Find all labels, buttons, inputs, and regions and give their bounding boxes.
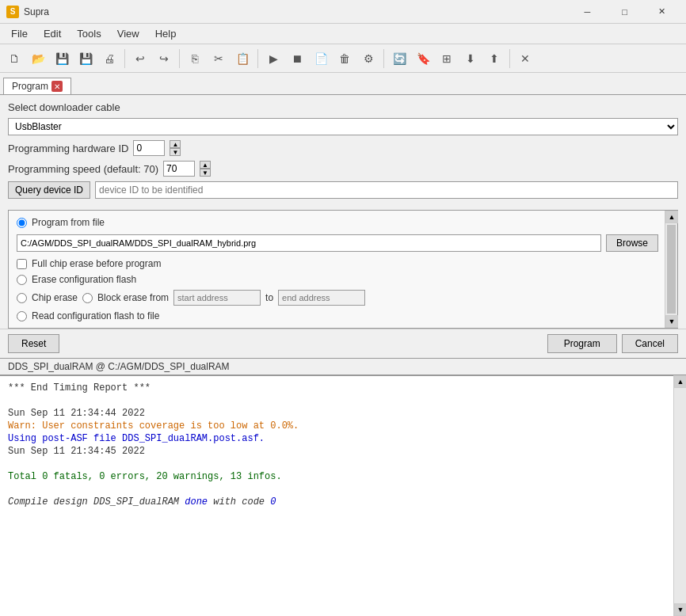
tab-program[interactable]: Program ✕: [3, 78, 71, 94]
menu-edit[interactable]: Edit: [36, 25, 69, 42]
full-chip-erase-label: Full chip erase before program: [32, 258, 161, 269]
end-addr-input[interactable]: [278, 290, 365, 306]
open-button[interactable]: 📂: [27, 48, 49, 70]
output-line-2: Sun Sep 11 21:34:45 2022: [8, 446, 665, 457]
menu-file[interactable]: File: [3, 25, 36, 42]
hw-id-input[interactable]: [133, 140, 165, 156]
download-button[interactable]: ⬇: [459, 48, 482, 70]
full-chip-erase-checkbox[interactable]: [17, 259, 27, 269]
done-word: done: [185, 496, 208, 508]
downloader-row: Select downloader cable: [8, 101, 678, 113]
browse-button[interactable]: Browse: [606, 234, 658, 252]
chip-erase-label: Chip erase: [32, 292, 78, 303]
close2-button[interactable]: ✕: [514, 48, 536, 70]
grid-button[interactable]: ⊞: [436, 48, 458, 70]
paste-button[interactable]: 📋: [231, 48, 253, 70]
erase-flash-row: Erase configuration flash: [17, 274, 658, 285]
read-flash-radio[interactable]: [17, 311, 27, 321]
output-line-success: Total 0 fatals, 0 errors, 20 warnings, 1…: [8, 471, 665, 482]
app-icon: S: [6, 6, 19, 18]
toolbar-sep-2: [179, 49, 180, 68]
downloader-select[interactable]: UsbBlaster: [8, 118, 678, 135]
output-line-info: Using post-ASF file DDS_SPI_dualRAM.post…: [8, 433, 665, 444]
code-num: 0: [270, 496, 276, 508]
output-line-blank2: [8, 458, 665, 470]
query-device-id-button[interactable]: Query device ID: [8, 181, 90, 199]
output-scroll-up[interactable]: ▲: [674, 375, 686, 388]
program-from-file-radio[interactable]: [17, 218, 27, 228]
program-from-file-row: Program from file: [17, 217, 658, 228]
output-scrollbar[interactable]: ▲ ▼: [673, 375, 686, 616]
output-wrapper: *** End Timing Report *** Sun Sep 11 21:…: [0, 375, 686, 616]
speed-input[interactable]: [163, 161, 195, 177]
menu-view[interactable]: View: [109, 25, 147, 42]
menu-help[interactable]: Help: [147, 25, 185, 42]
scroll-down-arrow[interactable]: ▼: [665, 315, 678, 328]
program-from-file-label: Program from file: [32, 217, 105, 228]
speed-up-arrow[interactable]: ▲: [200, 161, 211, 169]
reset-button[interactable]: Reset: [8, 334, 59, 353]
refresh-button[interactable]: 🔄: [388, 48, 410, 70]
cut-button[interactable]: ✂: [208, 48, 230, 70]
chip-erase-radio[interactable]: [17, 293, 27, 303]
output-line-blank3: [8, 484, 665, 495]
redo-button[interactable]: ↪: [153, 48, 175, 70]
block-erase-label: Block erase from: [97, 292, 169, 303]
minimize-button[interactable]: ─: [570, 1, 605, 23]
file-path-input[interactable]: [17, 234, 601, 252]
erase-flash-label: Erase configuration flash: [32, 274, 136, 285]
bookmark-button[interactable]: 🔖: [412, 48, 434, 70]
maximize-button[interactable]: □: [607, 1, 642, 23]
main-content: Select downloader cable UsbBlaster Progr…: [0, 95, 686, 616]
query-row: Query device ID: [8, 181, 678, 199]
title-bar-left: S Supra: [6, 6, 49, 18]
read-flash-row: Read configuration flash to file: [17, 310, 658, 321]
speed-spinner: ▲ ▼: [200, 161, 211, 177]
status-text: DDS_SPI_dualRAM @ C:/AGM/DDS_SPI_dualRAM: [8, 361, 230, 372]
close-button[interactable]: ✕: [644, 1, 680, 23]
output-line-1: Sun Sep 11 21:34:44 2022: [8, 408, 665, 419]
block-erase-radio[interactable]: [82, 293, 93, 303]
chip-erase-row: Chip erase Block erase from to: [17, 290, 658, 306]
inner-panel: Program from file Browse Full chip erase…: [8, 210, 678, 329]
undo-button[interactable]: ↩: [129, 48, 151, 70]
downloader-label: Select downloader cable: [8, 101, 120, 113]
settings-button[interactable]: ⚙: [357, 48, 379, 70]
run-button[interactable]: ▶: [262, 48, 284, 70]
title-bar: S Supra ─ □ ✕: [0, 0, 686, 24]
program-button[interactable]: Program: [547, 334, 617, 353]
scroll-thumb[interactable]: [667, 225, 676, 314]
downloader-select-row: UsbBlaster: [8, 118, 678, 135]
output-panel: *** End Timing Report *** Sun Sep 11 21:…: [0, 375, 673, 616]
stop-button[interactable]: ⏹: [286, 48, 308, 70]
cancel-button[interactable]: Cancel: [622, 334, 678, 353]
bottom-buttons: Reset Program Cancel: [0, 329, 686, 358]
print-button[interactable]: 🖨: [98, 48, 120, 70]
output-line-blank1: [8, 395, 665, 406]
speed-down-arrow[interactable]: ▼: [200, 169, 211, 177]
output-line-italic: Compile design DDS_SPI_dualRAM done with…: [8, 496, 665, 508]
save-button[interactable]: 💾: [51, 48, 73, 70]
add-file-button[interactable]: 📄: [310, 48, 332, 70]
new-button[interactable]: 🗋: [3, 48, 25, 70]
copy2-button[interactable]: ⎘: [184, 48, 206, 70]
output-scroll-down[interactable]: ▼: [674, 603, 686, 616]
scroll-up-arrow[interactable]: ▲: [665, 211, 678, 223]
hw-id-down-arrow[interactable]: ▼: [170, 148, 181, 156]
save-all-button[interactable]: 💾: [74, 48, 97, 70]
hw-id-spinner: ▲ ▼: [170, 140, 181, 156]
program-panel: Select downloader cable UsbBlaster Progr…: [0, 95, 686, 210]
tab-close-icon[interactable]: ✕: [51, 81, 63, 92]
toolbar-sep-3: [257, 49, 258, 68]
menu-tools[interactable]: Tools: [69, 25, 109, 42]
hw-id-up-arrow[interactable]: ▲: [170, 140, 181, 148]
query-input[interactable]: [95, 181, 678, 199]
remove-button[interactable]: 🗑: [333, 48, 356, 70]
erase-flash-radio[interactable]: [17, 275, 27, 285]
start-addr-input[interactable]: [173, 290, 261, 306]
output-line-warn: Warn: User constraints coverage is too l…: [8, 420, 665, 432]
inner-panel-scrollbar[interactable]: ▲ ▼: [665, 211, 677, 328]
upload-button[interactable]: ⬆: [483, 48, 505, 70]
speed-label: Programming speed (default: 70): [8, 163, 158, 175]
output-scroll-track: [674, 388, 686, 603]
